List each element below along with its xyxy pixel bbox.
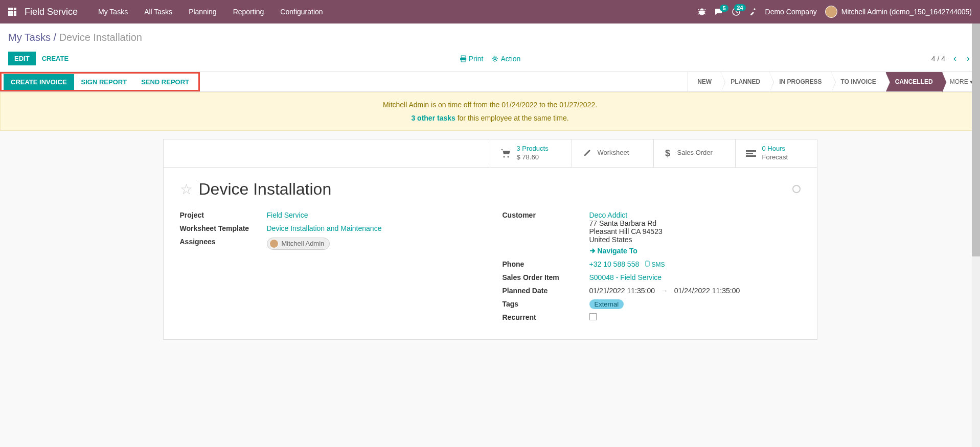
alert-line1: Mitchell Admin is on time off from the 0… bbox=[9, 101, 971, 109]
project-link[interactable]: Field Service bbox=[267, 211, 308, 219]
svg-rect-11 bbox=[646, 261, 649, 266]
sms-link[interactable]: SMS bbox=[645, 261, 665, 268]
label-worksheet-template: Worksheet Template bbox=[180, 224, 267, 232]
label-phone: Phone bbox=[503, 260, 589, 268]
bug-icon[interactable] bbox=[698, 8, 706, 16]
label-recurrent: Recurrent bbox=[503, 313, 589, 322]
activity-icon[interactable]: 24 bbox=[732, 7, 741, 16]
menu-reporting[interactable]: Reporting bbox=[225, 0, 272, 23]
alert-banner: Mitchell Admin is on time off from the 0… bbox=[0, 92, 980, 131]
navigate-to-link[interactable]: Navigate To bbox=[589, 247, 801, 255]
label-tags: Tags bbox=[503, 300, 589, 308]
breadcrumb: My Tasks / Device Installation bbox=[8, 32, 972, 43]
form-sheet: 3 Products$ 78.60 Worksheet $ Sales Orde… bbox=[163, 139, 817, 340]
customer-addr2: Pleasant Hill CA 94523 bbox=[589, 227, 663, 236]
app-name: Field Service bbox=[25, 7, 78, 17]
mobile-icon bbox=[645, 261, 650, 267]
edit-button[interactable]: Edit bbox=[8, 52, 36, 65]
messages-badge: 5 bbox=[720, 5, 728, 12]
pager-prev[interactable]: ‹ bbox=[951, 53, 959, 64]
svg-rect-9 bbox=[746, 153, 753, 154]
breadcrumb-current: Device Installation bbox=[59, 32, 142, 43]
svg-point-5 bbox=[503, 156, 505, 157]
menu-my-tasks[interactable]: My Tasks bbox=[90, 0, 136, 23]
pencil-icon bbox=[582, 149, 591, 158]
breadcrumb-parent[interactable]: My Tasks bbox=[8, 32, 51, 43]
assignee-avatar bbox=[269, 239, 279, 248]
sales-order-link[interactable]: S00048 - Field Service bbox=[589, 273, 662, 281]
tag-external: External bbox=[589, 299, 624, 309]
stat-sales-order[interactable]: $ Sales Order bbox=[653, 139, 735, 167]
star-icon[interactable]: ☆ bbox=[180, 181, 193, 198]
print-button[interactable]: Print bbox=[460, 55, 484, 63]
customer-link[interactable]: Deco Addict bbox=[589, 211, 628, 219]
main-menu: My Tasks All Tasks Planning Reporting Co… bbox=[90, 0, 331, 23]
task-title: Device Installation bbox=[199, 180, 332, 199]
label-assignees: Assignees bbox=[180, 238, 267, 250]
phone-link[interactable]: +32 10 588 558 bbox=[589, 260, 640, 268]
highlighted-actions: Create Invoice Sign Report Send Report bbox=[0, 72, 200, 91]
status-cancelled[interactable]: CANCELLED bbox=[885, 72, 942, 91]
messages-icon[interactable]: 5 bbox=[714, 8, 723, 16]
label-planned-date: Planned Date bbox=[503, 287, 589, 295]
activity-badge: 24 bbox=[734, 4, 745, 11]
pager-text: 4 / 4 bbox=[931, 55, 945, 63]
other-tasks-link[interactable]: 3 other tasks bbox=[411, 114, 455, 122]
label-customer: Customer bbox=[503, 211, 589, 255]
date-from: 01/21/2022 11:35:00 bbox=[589, 287, 655, 295]
color-dot[interactable] bbox=[792, 185, 801, 193]
recurrent-checkbox[interactable] bbox=[589, 313, 597, 320]
status-planned[interactable]: PLANNED bbox=[721, 72, 769, 91]
user-name: Mitchell Admin (demo_150_1642744005) bbox=[841, 8, 972, 16]
svg-rect-10 bbox=[746, 155, 756, 157]
svg-point-6 bbox=[507, 156, 509, 157]
status-new[interactable]: NEW bbox=[688, 72, 721, 91]
send-report-button[interactable]: Send Report bbox=[134, 74, 196, 90]
company-selector[interactable]: Demo Company bbox=[765, 8, 817, 16]
user-avatar bbox=[825, 6, 837, 18]
svg-point-4 bbox=[494, 58, 496, 60]
create-invoice-button[interactable]: Create Invoice bbox=[4, 74, 74, 90]
arrow-right-icon: → bbox=[661, 287, 668, 295]
menu-all-tasks[interactable]: All Tasks bbox=[136, 0, 180, 23]
menu-configuration[interactable]: Configuration bbox=[272, 0, 331, 23]
bars-icon bbox=[746, 149, 756, 157]
status-in-progress[interactable]: IN PROGRESS bbox=[769, 72, 831, 91]
action-button[interactable]: Action bbox=[491, 55, 520, 63]
assignee-tag[interactable]: Mitchell Admin bbox=[267, 238, 330, 250]
pager-next[interactable]: › bbox=[965, 53, 972, 64]
date-to: 01/24/2022 11:35:00 bbox=[674, 287, 740, 295]
svg-rect-1 bbox=[461, 56, 465, 58]
apps-icon[interactable] bbox=[8, 8, 16, 16]
user-menu[interactable]: Mitchell Admin (demo_150_1642744005) bbox=[825, 6, 972, 18]
menu-planning[interactable]: Planning bbox=[180, 0, 225, 23]
dollar-icon: $ bbox=[664, 148, 671, 158]
stat-worksheet[interactable]: Worksheet bbox=[572, 139, 653, 167]
tools-icon[interactable] bbox=[749, 8, 757, 16]
label-project: Project bbox=[180, 211, 267, 219]
scrollbar[interactable] bbox=[972, 23, 980, 348]
label-sales-order-item: Sales Order Item bbox=[503, 273, 589, 281]
status-to-invoice[interactable]: TO INVOICE bbox=[831, 72, 885, 91]
stat-products[interactable]: 3 Products$ 78.60 bbox=[490, 139, 572, 167]
svg-rect-8 bbox=[746, 150, 756, 152]
customer-addr1: 77 Santa Barbara Rd bbox=[589, 219, 657, 227]
stat-hours[interactable]: 0 HoursForecast bbox=[735, 139, 817, 167]
svg-text:$: $ bbox=[665, 148, 670, 158]
create-button[interactable]: Create bbox=[36, 52, 75, 65]
status-bar: NEW PLANNED IN PROGRESS TO INVOICE CANCE… bbox=[688, 72, 980, 91]
alert-line2: for this employee at the same time. bbox=[455, 114, 569, 122]
customer-country: United States bbox=[589, 236, 632, 244]
cart-icon bbox=[500, 149, 511, 158]
sign-report-button[interactable]: Sign Report bbox=[74, 74, 134, 90]
print-icon bbox=[460, 55, 467, 62]
worksheet-template-link[interactable]: Device Installation and Maintenance bbox=[267, 224, 382, 232]
arrow-right-icon bbox=[589, 248, 596, 254]
gear-icon bbox=[491, 55, 498, 62]
